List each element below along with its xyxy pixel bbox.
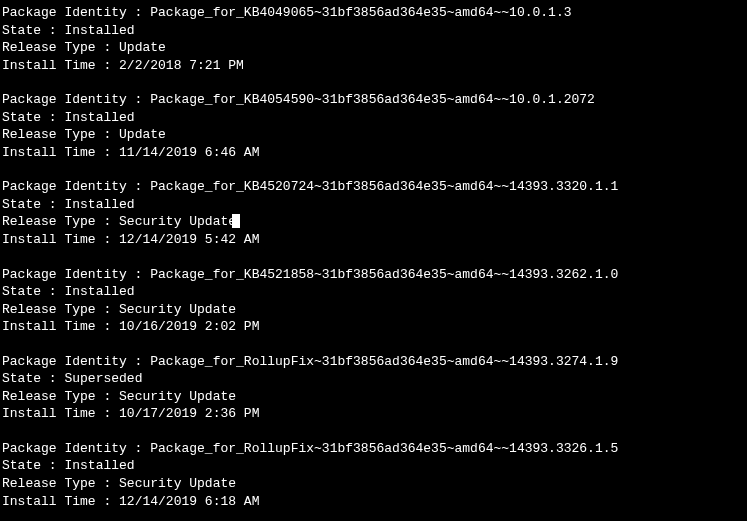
value: Installed bbox=[64, 110, 134, 125]
label: Install Time : bbox=[2, 232, 119, 247]
label: Package Identity : bbox=[2, 5, 150, 20]
value: 2/2/2018 7:21 PM bbox=[119, 58, 244, 73]
value: Package_for_RollupFix~31bf3856ad364e35~a… bbox=[150, 441, 618, 456]
install-time-line: Install Time : 12/14/2019 6:18 AM bbox=[2, 493, 745, 511]
label: Install Time : bbox=[2, 145, 119, 160]
label: Package Identity : bbox=[2, 441, 150, 456]
value: Security Update bbox=[119, 302, 236, 317]
package-identity-line: Package Identity : Package_for_KB4049065… bbox=[2, 4, 745, 22]
value: Package_for_KB4520724~31bf3856ad364e35~a… bbox=[150, 179, 618, 194]
label: Release Type : bbox=[2, 302, 119, 317]
value: 10/17/2019 2:36 PM bbox=[119, 406, 259, 421]
cursor-icon bbox=[232, 214, 240, 228]
state-line: State : Installed bbox=[2, 109, 745, 127]
label: State : bbox=[2, 458, 64, 473]
install-time-line: Install Time : 12/14/2019 5:42 AM bbox=[2, 231, 745, 249]
state-line: State : Installed bbox=[2, 196, 745, 214]
label: Package Identity : bbox=[2, 179, 150, 194]
label: State : bbox=[2, 284, 64, 299]
label: State : bbox=[2, 371, 64, 386]
state-line: State : Installed bbox=[2, 22, 745, 40]
release-type-line: Release Type : Security Update bbox=[2, 388, 745, 406]
release-type-line: Release Type : Security Update bbox=[2, 301, 745, 319]
install-time-line: Install Time : 10/16/2019 2:02 PM bbox=[2, 318, 745, 336]
release-type-line: Release Type : Update bbox=[2, 126, 745, 144]
label: State : bbox=[2, 197, 64, 212]
label: Release Type : bbox=[2, 40, 119, 55]
package-identity-line: Package Identity : Package_for_KB4520724… bbox=[2, 178, 745, 196]
package-identity-line: Package Identity : Package_for_RollupFix… bbox=[2, 440, 745, 458]
label: Install Time : bbox=[2, 494, 119, 509]
value: Update bbox=[119, 127, 166, 142]
value: Package_for_KB4521858~31bf3856ad364e35~a… bbox=[150, 267, 618, 282]
value: 12/14/2019 6:18 AM bbox=[119, 494, 259, 509]
package-identity-line: Package Identity : Package_for_KB4054590… bbox=[2, 91, 745, 109]
label: Package Identity : bbox=[2, 92, 150, 107]
state-line: State : Superseded bbox=[2, 370, 745, 388]
value: 10/16/2019 2:02 PM bbox=[119, 319, 259, 334]
label: Install Time : bbox=[2, 406, 119, 421]
package-identity-line: Package Identity : Package_for_RollupFix… bbox=[2, 353, 745, 371]
value: Installed bbox=[64, 284, 134, 299]
label: Package Identity : bbox=[2, 354, 150, 369]
package-block: Package Identity : Package_for_RollupFix… bbox=[2, 353, 745, 423]
package-block: Package Identity : Package_for_KB4049065… bbox=[2, 4, 745, 74]
package-block: Package Identity : Package_for_KB4054590… bbox=[2, 91, 745, 161]
value: Security Update bbox=[119, 476, 236, 491]
install-time-line: Install Time : 2/2/2018 7:21 PM bbox=[2, 57, 745, 75]
release-type-line: Release Type : Security Update bbox=[2, 475, 745, 493]
value: Package_for_KB4054590~31bf3856ad364e35~a… bbox=[150, 92, 595, 107]
label: Release Type : bbox=[2, 476, 119, 491]
value: Installed bbox=[64, 23, 134, 38]
package-block: Package Identity : Package_for_KB4520724… bbox=[2, 178, 745, 248]
package-identity-line: Package Identity : Package_for_KB4521858… bbox=[2, 266, 745, 284]
value: Security Update bbox=[119, 214, 236, 229]
package-block: Package Identity : Package_for_KB4521858… bbox=[2, 266, 745, 336]
value: Update bbox=[119, 40, 166, 55]
value: Installed bbox=[64, 458, 134, 473]
label: Release Type : bbox=[2, 214, 119, 229]
terminal-output: Package Identity : Package_for_KB4049065… bbox=[2, 4, 745, 521]
value: Package_for_KB4049065~31bf3856ad364e35~a… bbox=[150, 5, 571, 20]
state-line: State : Installed bbox=[2, 283, 745, 301]
state-line: State : Installed bbox=[2, 457, 745, 475]
label: Release Type : bbox=[2, 389, 119, 404]
label: State : bbox=[2, 23, 64, 38]
release-type-line: Release Type : Update bbox=[2, 39, 745, 57]
value: Installed bbox=[64, 197, 134, 212]
value: 12/14/2019 5:42 AM bbox=[119, 232, 259, 247]
value: Package_for_RollupFix~31bf3856ad364e35~a… bbox=[150, 354, 618, 369]
release-type-line: Release Type : Security Update bbox=[2, 213, 745, 231]
label: Package Identity : bbox=[2, 267, 150, 282]
label: Install Time : bbox=[2, 319, 119, 334]
install-time-line: Install Time : 10/17/2019 2:36 PM bbox=[2, 405, 745, 423]
label: Install Time : bbox=[2, 58, 119, 73]
value: 11/14/2019 6:46 AM bbox=[119, 145, 259, 160]
label: State : bbox=[2, 110, 64, 125]
value: Superseded bbox=[64, 371, 142, 386]
install-time-line: Install Time : 11/14/2019 6:46 AM bbox=[2, 144, 745, 162]
value: Security Update bbox=[119, 389, 236, 404]
label: Release Type : bbox=[2, 127, 119, 142]
package-block: Package Identity : Package_for_RollupFix… bbox=[2, 440, 745, 510]
